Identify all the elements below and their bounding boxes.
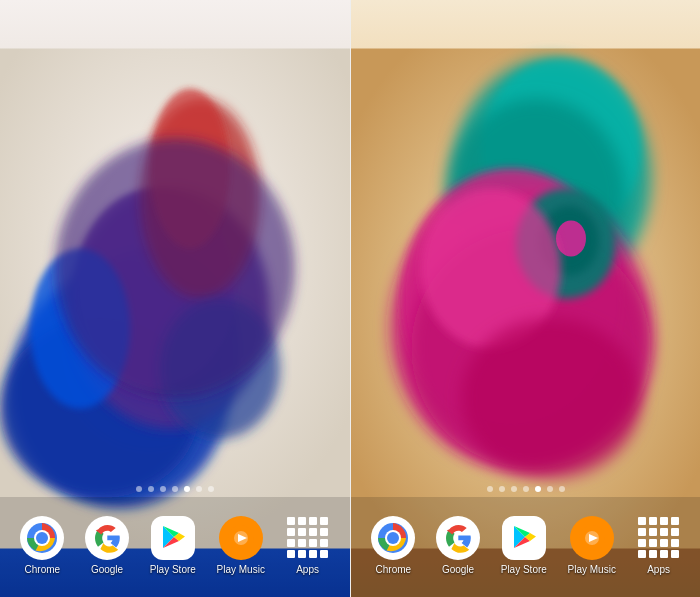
right-playstore-app[interactable]: Play Store	[501, 516, 547, 575]
left-playmusic-label: Play Music	[217, 564, 265, 575]
svg-point-32	[387, 532, 399, 544]
right-google-icon	[436, 516, 480, 560]
right-playmusic-label: Play Music	[568, 564, 616, 575]
indicator-5-active	[184, 486, 190, 492]
right-chrome-icon	[371, 516, 415, 560]
left-playmusic-icon	[219, 516, 263, 560]
indicator-1	[136, 486, 142, 492]
left-google-label: Google	[91, 564, 123, 575]
right-google-label: Google	[442, 564, 474, 575]
right-apps-label: Apps	[647, 564, 670, 575]
svg-point-10	[55, 139, 295, 399]
left-playmusic-app[interactable]: Play Music	[217, 516, 265, 575]
right-indicator-5-active	[535, 486, 541, 492]
svg-point-26	[556, 221, 586, 257]
svg-point-14	[36, 532, 48, 544]
left-chrome-label: Chrome	[25, 564, 61, 575]
right-dock: Chrome Google	[351, 497, 700, 597]
indicator-3	[160, 486, 166, 492]
indicator-4	[172, 486, 178, 492]
right-phone-screen: Chrome Google	[351, 0, 700, 597]
left-playstore-app[interactable]: Play Store	[150, 516, 196, 575]
left-apps-label: Apps	[296, 564, 319, 575]
right-indicator-1	[487, 486, 493, 492]
right-apps-icon	[637, 516, 681, 560]
svg-point-28	[461, 319, 641, 479]
left-apps-icon	[286, 516, 330, 560]
right-indicator-7	[559, 486, 565, 492]
right-playmusic-icon	[570, 516, 614, 560]
left-apps-app[interactable]: Apps	[286, 516, 330, 575]
right-indicator-6	[547, 486, 553, 492]
right-playmusic-app[interactable]: Play Music	[568, 516, 616, 575]
right-playstore-icon	[502, 516, 546, 560]
right-indicator-4	[523, 486, 529, 492]
right-chrome-app[interactable]: Chrome	[371, 516, 415, 575]
indicator-7	[208, 486, 214, 492]
right-page-indicators	[487, 486, 565, 492]
indicator-6	[196, 486, 202, 492]
right-chrome-label: Chrome	[376, 564, 412, 575]
right-playstore-label: Play Store	[501, 564, 547, 575]
left-playstore-label: Play Store	[150, 564, 196, 575]
left-dock: Chrome Google	[0, 497, 350, 597]
left-phone-screen: Chrome Google	[0, 0, 350, 597]
left-chrome-icon	[20, 516, 64, 560]
indicator-2	[148, 486, 154, 492]
right-indicator-3	[511, 486, 517, 492]
left-playstore-icon	[151, 516, 195, 560]
right-google-app[interactable]: Google	[436, 516, 480, 575]
right-apps-app[interactable]: Apps	[637, 516, 681, 575]
left-google-icon	[85, 516, 129, 560]
left-chrome-app[interactable]: Chrome	[20, 516, 64, 575]
left-google-app[interactable]: Google	[85, 516, 129, 575]
left-page-indicators	[136, 486, 214, 492]
right-indicator-2	[499, 486, 505, 492]
